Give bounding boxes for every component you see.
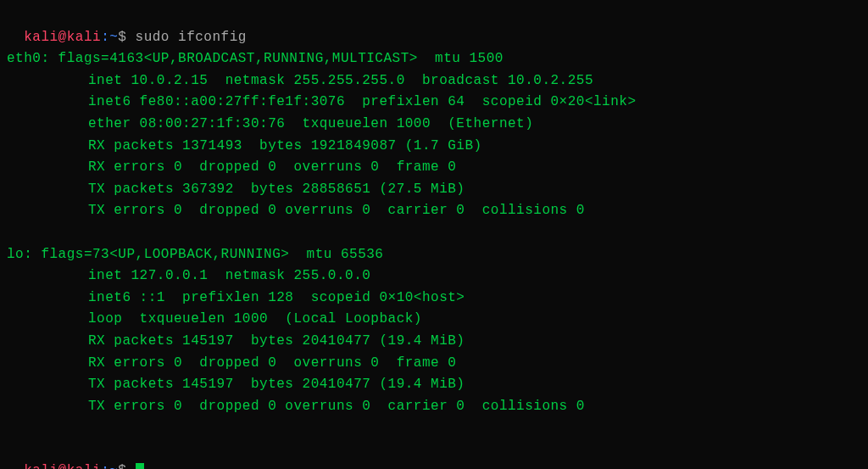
prompt-user: kali [24, 30, 58, 45]
eth0-inet: inet 10.0.2.15 netmask 255.255.255.0 bro… [7, 70, 861, 92]
prompt-at: @ [58, 30, 67, 45]
blank-line-2 [7, 417, 861, 439]
prompt-path-2: ~ [109, 463, 118, 469]
prompt-dollar-2: $ [118, 463, 135, 469]
lo-inet: inet 127.0.0.1 netmask 255.0.0.0 [7, 265, 861, 288]
blank-line-1 [7, 222, 861, 244]
lo-inet6: inet6 ::1 prefixlen 128 scopeid 0×10<hos… [7, 288, 861, 310]
eth0-header: eth0: flags=4163<UP,BROADCAST,RUNNING,MU… [7, 48, 861, 70]
prompt-user-2: kali [24, 463, 58, 469]
eth0-rx-packets: RX packets 1371493 bytes 1921849087 (1.7… [7, 136, 861, 158]
prompt-sep: : [101, 30, 109, 45]
prompt-dollar: $ [118, 30, 135, 45]
lo-tx-errors: TX errors 0 dropped 0 overruns 0 carrier… [7, 396, 861, 418]
eth0-rx-errors: RX errors 0 dropped 0 overruns 0 frame 0 [7, 157, 861, 179]
prompt-at-2: @ [58, 463, 67, 469]
eth0-tx-errors: TX errors 0 dropped 0 overruns 0 carrier… [7, 200, 861, 222]
lo-loop: loop txqueuelen 1000 (Local Loopback) [7, 309, 861, 331]
prompt-sep-2: : [101, 463, 109, 469]
lo-tx-packets: TX packets 145197 bytes 20410477 (19.4 M… [7, 374, 861, 396]
eth0-ether: ether 08:00:27:1f:30:76 txqueuelen 1000 … [7, 114, 861, 136]
prompt-host: kali [67, 30, 101, 45]
prompt-host-2: kali [67, 463, 101, 469]
prompt-line-2: kali@kali:~$ [7, 439, 861, 469]
cursor-icon[interactable] [136, 463, 144, 469]
command-text[interactable]: sudo ifconfig [136, 30, 247, 45]
eth0-inet6: inet6 fe80::a00:27ff:fe1f:3076 prefixlen… [7, 92, 861, 114]
eth0-tx-packets: TX packets 367392 bytes 28858651 (27.5 M… [7, 179, 861, 201]
prompt-path: ~ [109, 30, 118, 45]
lo-header: lo: flags=73<UP,LOOPBACK,RUNNING> mtu 65… [7, 244, 861, 266]
prompt-line-1: kali@kali:~$ sudo ifconfig [7, 5, 861, 48]
lo-rx-packets: RX packets 145197 bytes 20410477 (19.4 M… [7, 331, 861, 353]
lo-rx-errors: RX errors 0 dropped 0 overruns 0 frame 0 [7, 353, 861, 375]
